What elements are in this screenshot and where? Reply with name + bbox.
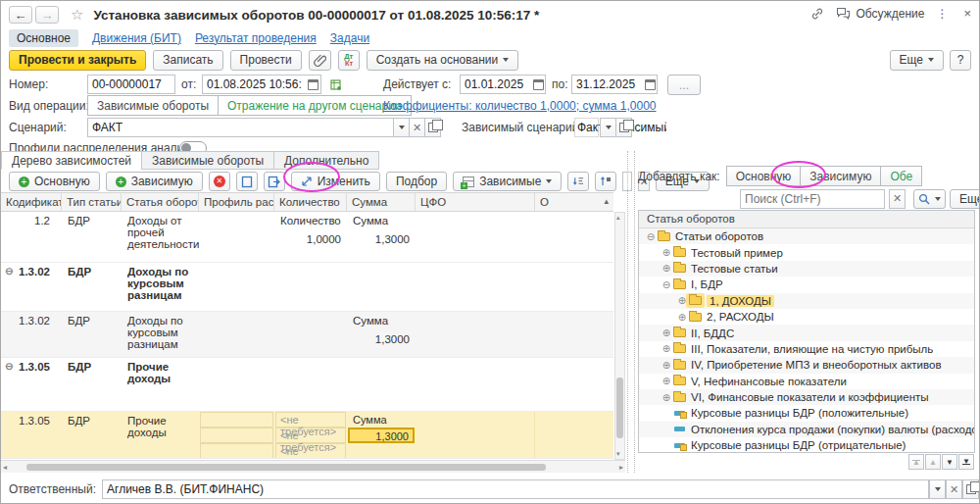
collapse-icon[interactable]: ⊖ <box>661 279 672 290</box>
go-first-button[interactable]: ▲ <box>908 454 924 470</box>
add-as-both-button[interactable]: Обе <box>881 166 922 186</box>
tab-dependent-turnovers[interactable]: Зависимые обороты <box>141 151 274 170</box>
scenario-open-icon[interactable] <box>424 118 441 137</box>
dependent-scenario-open-icon[interactable] <box>615 118 632 137</box>
tree-item[interactable]: ⊕VI, Финансовые показатели и коэффициент… <box>639 389 974 405</box>
tree-column-header[interactable]: Статья оборотов <box>639 211 974 228</box>
expand-icon[interactable]: ⊕ <box>661 263 672 274</box>
tree-search-clear-icon[interactable]: ✕ <box>889 189 906 209</box>
column-header[interactable]: Количество <box>274 193 347 211</box>
tree-item[interactable]: ⊖Статьи оборотов <box>639 228 974 244</box>
coefficients-link[interactable]: Коэффициенты: количество 1,0000; сумма 1… <box>383 99 657 113</box>
dt-kt-postings-button[interactable]: ДтКт <box>338 50 360 71</box>
valid-from-field[interactable] <box>460 75 546 94</box>
column-header[interactable]: Тип статьи <box>62 193 122 211</box>
responsible-clear-icon[interactable]: ✕ <box>946 479 962 499</box>
scenario-dropdown-icon[interactable] <box>393 118 410 137</box>
close-icon[interactable]: × <box>963 6 971 21</box>
discussion-button[interactable]: Обсуждение <box>836 7 924 21</box>
add-dependent-button[interactable]: + Зависимую <box>106 172 203 191</box>
tree-item[interactable]: ⊕III, Показатели, влияющие на чистую при… <box>639 341 974 357</box>
tab-tasks[interactable]: Задачи <box>330 31 369 45</box>
scrollbar-thumb[interactable] <box>616 378 623 438</box>
table-row[interactable]: 1.2 БДР Доходы от прочей деятельности Ко… <box>1 212 613 263</box>
period-ellipsis-button[interactable]: ... <box>667 75 701 95</box>
search-options-button[interactable] <box>913 189 946 209</box>
tree-more-button[interactable]: Еще <box>950 189 980 209</box>
calendar-icon[interactable] <box>643 75 657 94</box>
tree-item[interactable]: Курсовые разницы БДР (положительные) <box>639 405 974 421</box>
valid-to-field[interactable] <box>571 75 658 94</box>
tree-search-input[interactable] <box>740 189 885 209</box>
tab-additional[interactable]: Дополнительно <box>273 151 379 170</box>
expand-icon[interactable]: ⊕ <box>676 312 688 323</box>
table-row-group[interactable]: ⊖1.3.05 БДР Прочие доходы <box>1 358 613 412</box>
edit-button[interactable]: Изменить <box>291 172 380 191</box>
expand-icon[interactable]: ⊕ <box>661 360 672 371</box>
column-header[interactable]: Профиль распределе... <box>199 193 274 211</box>
column-header[interactable]: О ▴ <box>535 193 613 211</box>
help-button[interactable]: ? <box>950 50 971 71</box>
tab-movements[interactable]: Движения (БИТ) <box>92 31 181 45</box>
scrollbar-thumb[interactable] <box>26 464 546 471</box>
link-icon[interactable] <box>810 7 824 21</box>
expand-icon[interactable]: ⊕ <box>661 376 672 386</box>
column-header[interactable]: Статья оборотов <box>122 193 199 211</box>
scenario-field[interactable] <box>87 118 394 137</box>
favorite-star-icon[interactable]: ☆ <box>71 6 83 24</box>
dependent-scenario-field[interactable] <box>574 118 599 137</box>
collapse-icon[interactable]: ⊖ <box>5 266 13 277</box>
copy-with-move-button[interactable] <box>264 172 285 191</box>
table-vertical-scrollbar[interactable]: ▴ ▾ <box>614 212 625 460</box>
delete-mark-button[interactable]: ✕ <box>209 172 230 191</box>
tab-dependency-tree[interactable]: Дерево зависимостей <box>1 151 142 170</box>
tree-item[interactable]: ⊕IV, Приобретение МПЗ и внеоборотных акт… <box>639 357 974 373</box>
tree-item[interactable]: ⊕Тестовые статьи <box>639 261 974 277</box>
post-and-close-button[interactable]: Провести и закрыть <box>9 50 146 71</box>
collapse-icon[interactable]: ⊖ <box>645 231 657 242</box>
tree-item[interactable]: Курсовые разницы БДР (отрицательные) <box>639 437 974 453</box>
operation-option-dependent-turnovers[interactable]: Зависимые обороты <box>87 95 219 116</box>
back-button[interactable]: ← <box>9 6 32 24</box>
expand-icon[interactable]: ⊕ <box>661 392 672 403</box>
expand-icon[interactable]: ⊕ <box>661 328 672 338</box>
calendar-icon[interactable] <box>531 75 545 94</box>
dependents-dropdown-button[interactable]: + Зависимые <box>453 172 562 191</box>
set-level-up-icon[interactable] <box>595 172 616 191</box>
tab-post-result[interactable]: Результат проведения <box>195 31 317 45</box>
tree-item-selected[interactable]: ⊕1, ДОХОДЫ <box>639 293 974 309</box>
go-previous-button[interactable]: ▲ <box>925 454 941 470</box>
dependent-scenario-dropdown-icon[interactable] <box>600 118 616 137</box>
add-as-dependent-button[interactable]: Зависимую <box>801 166 881 186</box>
column-header[interactable]: Кодификатор <box>1 193 62 211</box>
create-based-on-button[interactable]: Создать на основании <box>367 50 519 71</box>
tree-item[interactable]: Отклонения курса продажи (покупки) валют… <box>639 422 974 437</box>
editing-sum-cell[interactable]: 1,3000 <box>348 428 415 443</box>
scenario-clear-icon[interactable]: ✕ <box>409 118 425 137</box>
go-next-button[interactable]: ▼ <box>942 454 957 470</box>
add-main-button[interactable]: + Основную <box>9 172 100 191</box>
responsible-dropdown-icon[interactable] <box>929 479 946 499</box>
go-last-button[interactable]: ▼ <box>958 454 974 470</box>
tree-item[interactable]: ⊕II, БДДС <box>639 325 974 340</box>
forward-button[interactable]: → <box>35 6 59 24</box>
column-header[interactable]: Сумма <box>347 193 416 211</box>
sort-move-down-icon[interactable] <box>567 172 589 191</box>
expand-icon[interactable]: ⊕ <box>661 343 672 354</box>
document-date-field[interactable] <box>202 75 321 94</box>
add-as-main-button[interactable]: Основную <box>726 166 802 186</box>
expand-icon[interactable]: ⊕ <box>676 295 688 306</box>
column-header[interactable]: ЦФО <box>416 193 535 211</box>
tree-item[interactable]: ⊕V, Нефинансовые показатели <box>639 374 974 389</box>
pick-button[interactable]: Подбор <box>386 172 447 191</box>
expand-icon[interactable]: ⊕ <box>661 247 672 258</box>
copy-button[interactable] <box>236 172 258 191</box>
responsible-open-icon[interactable] <box>962 479 979 499</box>
collapse-icon[interactable]: ⊖ <box>5 361 13 372</box>
table-row-selected[interactable]: 1.3.05 БДР Прочие доходы <не требуется> … <box>1 412 613 459</box>
post-button[interactable]: Провести <box>230 50 302 71</box>
table-horizontal-scrollbar[interactable]: ◂ ▸ <box>1 460 625 473</box>
attachments-button[interactable] <box>309 50 331 71</box>
table-row-group[interactable]: ⊖1.3.02 БДР Доходы по курсовым разницам <box>1 263 613 312</box>
more-button-top[interactable]: Еще <box>890 50 944 71</box>
